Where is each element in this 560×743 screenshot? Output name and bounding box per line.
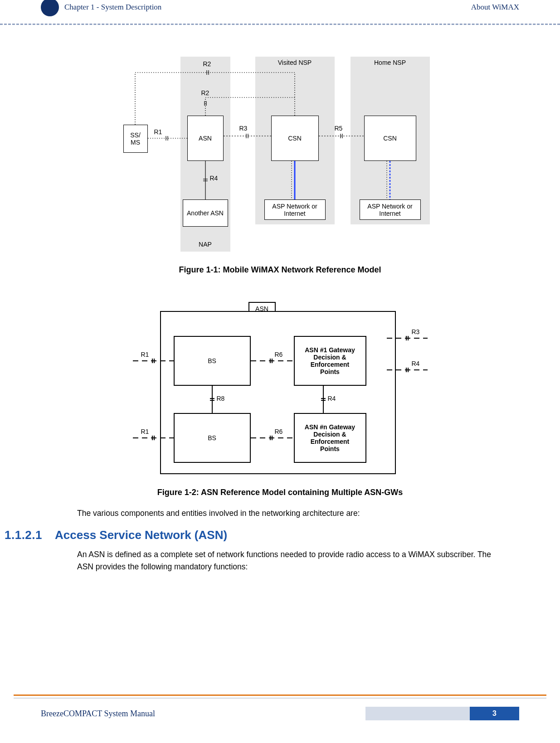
label-r4: R4: [210, 175, 218, 182]
node-asp-home: ASP Network or Internet: [360, 199, 421, 220]
label-r6a: R6: [275, 351, 283, 358]
figure-1-2: ASN: [133, 311, 428, 474]
label-r1a: R1: [141, 351, 149, 358]
header-bullet-icon: [41, 0, 59, 16]
label-r4-right: R4: [412, 360, 420, 367]
node-bs-1: BS: [174, 336, 251, 386]
footer-orange-bar: [14, 694, 546, 696]
label-r5: R5: [335, 125, 343, 132]
page-header: Chapter 1 - System Description About WiM…: [41, 0, 519, 21]
node-bs-2: BS: [174, 413, 251, 463]
section-number: 1.1.2.1: [5, 528, 42, 542]
section-heading-row: 1.1.2.1 Access Service Network (ASN): [41, 528, 519, 542]
node-asn: ASN: [187, 116, 224, 161]
figure-1-2-caption: Figure 1-2: ASN Reference Model containi…: [41, 488, 519, 497]
label-r3: R3: [239, 125, 248, 132]
node-asp-visited: ASP Network or Internet: [264, 199, 326, 220]
label-r1b: R1: [141, 428, 149, 435]
label-r2-mid: R2: [201, 89, 209, 97]
node-gw-1: ASN #1 Gateway Decision & Enforcement Po…: [294, 336, 366, 386]
label-r8: R8: [217, 395, 225, 402]
node-csn-visited: CSN: [271, 116, 319, 161]
label-r6b: R6: [275, 428, 283, 435]
label-r3: R3: [412, 328, 420, 335]
figure-1-1-caption: Figure 1-1: Mobile WiMAX Network Referen…: [41, 265, 519, 275]
node-csn-home: CSN: [364, 116, 416, 161]
footer-manual-name: BreezeCOMPACT System Manual: [41, 709, 155, 719]
page-footer: BreezeCOMPACT System Manual 3: [0, 694, 560, 720]
footer-grey-bar: [14, 698, 546, 699]
chapter-title: Chapter 1 - System Description: [64, 3, 161, 12]
node-ssms: SS/ MS: [123, 125, 148, 153]
label-r2-top: R2: [203, 60, 211, 68]
section-title: Access Service Network (ASN): [55, 528, 227, 542]
node-gw-n: ASN #n Gateway Decision & Enforcement Po…: [294, 413, 366, 463]
section-body: An ASN is defined as a complete set of n…: [77, 549, 501, 573]
header-section: About WiMAX: [471, 3, 519, 12]
label-r4-mid: R4: [328, 395, 336, 402]
page-number-badge: 3: [470, 707, 519, 720]
intro-text: The various components and entities invo…: [77, 507, 501, 519]
label-r1: R1: [154, 128, 162, 136]
figure-1-1: NAP Visited NSP Home NSP: [122, 57, 439, 256]
node-another-asn: Another ASN: [183, 199, 228, 227]
